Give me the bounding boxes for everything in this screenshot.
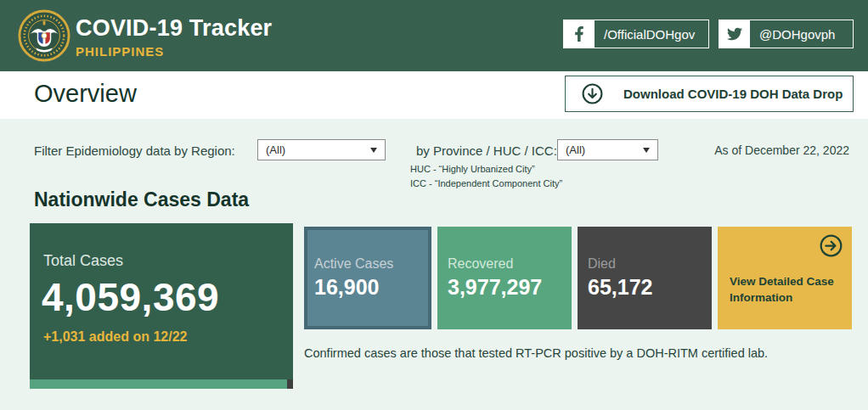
facebook-icon — [564, 20, 595, 48]
view-detail-card[interactable]: View Detailed Case Information — [718, 227, 852, 329]
app-subtitle: PHILIPPINES — [76, 44, 272, 59]
twitter-link[interactable]: @DOHgovph — [719, 20, 854, 48]
twitter-handle: @DOHgovph — [750, 20, 835, 48]
region-filter-value: (All) — [266, 143, 285, 156]
download-icon — [582, 83, 603, 104]
page-title: Overview — [34, 80, 137, 108]
caret-down-icon — [643, 148, 650, 153]
facebook-handle: /OfficialDOHgov — [595, 20, 695, 48]
section-heading: Nationwide Cases Data — [34, 188, 249, 211]
download-data-drop-button[interactable]: Download COVID-19 DOH Data Drop — [565, 76, 854, 112]
download-button-label: Download COVID-19 DOH Data Drop — [623, 87, 843, 101]
total-cases-label: Total Cases — [43, 252, 123, 270]
active-cases-card[interactable]: Active Cases 16,900 — [304, 227, 431, 329]
view-detail-label: View Detailed Case Information — [730, 274, 840, 306]
arrow-right-circle-icon — [820, 234, 843, 257]
died-label: Died — [588, 256, 616, 272]
covid-tracker-dashboard: COVID-19 Tracker PHILIPPINES /OfficialDO… — [0, 0, 868, 410]
died-value: 65,172 — [588, 275, 652, 300]
province-filter-select[interactable]: (All) — [557, 139, 658, 160]
overview-bar: Overview Download COVID-19 DOH Data Drop — [0, 71, 868, 119]
recovered-card[interactable]: Recovered 3,977,297 — [437, 227, 572, 329]
region-filter-label: Filter Epidemiology data by Region: — [34, 143, 235, 158]
app-title-block: COVID-19 Tracker PHILIPPINES — [76, 15, 272, 59]
province-filter-label: by Province / HUC / ICC: — [416, 143, 557, 158]
total-cases-delta: +1,031 added on 12/22 — [43, 329, 187, 345]
huc-footnote: HUC - “Highly Urbanized City” — [410, 164, 535, 174]
icc-footnote: ICC - “Independent Component City” — [410, 178, 562, 188]
app-title: COVID-19 Tracker — [76, 15, 272, 42]
recovered-label: Recovered — [448, 256, 513, 272]
active-cases-label: Active Cases — [314, 256, 393, 272]
as-of-date: As of December 22, 2022 — [714, 143, 849, 157]
horizontal-scrollbar[interactable] — [30, 379, 293, 389]
doh-seal-logo — [18, 9, 70, 62]
facebook-link[interactable]: /OfficialDOHgov — [563, 20, 709, 48]
total-cases-card[interactable]: Total Cases 4,059,369 +1,031 added on 12… — [30, 223, 293, 379]
region-filter-select[interactable]: (All) — [257, 139, 386, 160]
caret-down-icon — [370, 148, 377, 153]
scrollbar-thumb[interactable] — [287, 379, 293, 389]
twitter-icon — [719, 20, 750, 48]
province-filter-value: (All) — [566, 143, 585, 156]
header-bar: COVID-19 Tracker PHILIPPINES /OfficialDO… — [0, 0, 868, 71]
total-cases-value: 4,059,369 — [42, 274, 219, 320]
confirmed-cases-note: Confirmed cases are those that tested RT… — [304, 346, 768, 360]
recovered-value: 3,977,297 — [448, 275, 542, 300]
active-cases-value: 16,900 — [314, 275, 379, 300]
died-card[interactable]: Died 65,172 — [578, 227, 712, 329]
